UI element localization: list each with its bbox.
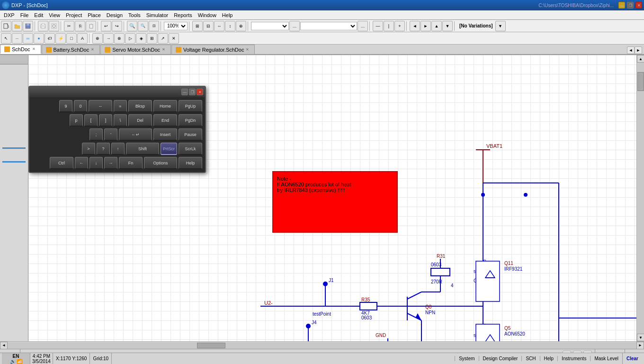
- sch-panel-btn[interactable]: SCH: [522, 356, 540, 361]
- design-compiler-btn[interactable]: Design Compiler: [479, 356, 522, 361]
- tb-cross[interactable]: +: [394, 21, 405, 31]
- menu-view[interactable]: View: [46, 11, 63, 19]
- select-tool[interactable]: ↖: [1, 33, 11, 44]
- variations-dropdown[interactable]: ▼: [495, 21, 506, 31]
- tab-schdoc[interactable]: SchDoc ✕: [0, 45, 41, 54]
- save-button[interactable]: [23, 21, 33, 31]
- key-enter[interactable]: ←↵: [119, 128, 152, 141]
- component-tool[interactable]: □: [66, 33, 77, 44]
- key-down[interactable]: ↓: [89, 157, 103, 169]
- key-shift[interactable]: Shift: [126, 143, 159, 155]
- help-panel-btn[interactable]: Help: [540, 356, 558, 361]
- tb-arrow-d[interactable]: ▼: [442, 21, 453, 31]
- keyboard-close[interactable]: ✕: [197, 89, 203, 95]
- key-pgup[interactable]: PgUp: [179, 100, 202, 112]
- layer-combo[interactable]: [300, 22, 357, 30]
- key-help[interactable]: Help: [179, 157, 202, 169]
- scroll-right-button[interactable]: ►: [636, 342, 644, 349]
- menu-project[interactable]: Project: [63, 11, 85, 19]
- key-0[interactable]: 0: [74, 100, 87, 112]
- tb2-btn-12[interactable]: ▷: [125, 33, 135, 44]
- key-pause[interactable]: Pause: [179, 128, 202, 141]
- tab-scroll-left[interactable]: ◄: [627, 46, 635, 54]
- restore-button[interactable]: ❐: [627, 2, 634, 9]
- key-end[interactable]: End: [153, 114, 177, 127]
- tb-arrow-l[interactable]: ◄: [410, 21, 420, 31]
- zoom-fit-button[interactable]: ⊡: [149, 21, 159, 31]
- scroll-thumb-horizontal[interactable]: [197, 343, 225, 348]
- key-quote[interactable]: ': [104, 128, 117, 141]
- zoom-combo[interactable]: 100%75%50%200%: [164, 22, 188, 30]
- scroll-track-vertical[interactable]: [637, 63, 644, 334]
- scroll-thumb-vertical[interactable]: [637, 72, 644, 91]
- tab-close-schdoc[interactable]: ✕: [32, 47, 37, 52]
- key-insert[interactable]: Insert: [153, 128, 177, 141]
- key-9[interactable]: 9: [59, 100, 72, 112]
- print-preview-button[interactable]: [49, 21, 59, 31]
- tb-arrow-r[interactable]: ►: [420, 21, 431, 31]
- junction-tool[interactable]: ●: [34, 33, 44, 44]
- key-pgdn[interactable]: PgDn: [179, 114, 202, 127]
- clear-status-button[interactable]: Clear: [622, 353, 642, 364]
- key-backslash[interactable]: \: [114, 114, 127, 127]
- menu-design[interactable]: Design: [104, 11, 125, 19]
- menu-place[interactable]: Place: [85, 11, 104, 19]
- key-left[interactable]: ←: [75, 157, 88, 169]
- key-home[interactable]: Home: [153, 100, 177, 112]
- tab-scroll-right[interactable]: ►: [635, 46, 642, 54]
- key-close-bracket[interactable]: ]: [99, 114, 112, 127]
- tab-battery[interactable]: Battery.SchDoc ✕: [42, 45, 100, 54]
- zoom-in-button[interactable]: 🔍: [127, 21, 137, 31]
- tab-close-voltage[interactable]: ✕: [246, 47, 250, 52]
- menu-edit[interactable]: Edit: [31, 11, 46, 19]
- scroll-left-button[interactable]: ◄: [0, 342, 8, 349]
- tab-servo[interactable]: Servo Motor.SchDoc ✕: [100, 45, 171, 54]
- tab-close-battery[interactable]: ✕: [91, 47, 96, 52]
- tb2-btn-16[interactable]: ✕: [169, 33, 179, 44]
- key-dash-dash[interactable]: --: [89, 100, 112, 112]
- tab-voltage[interactable]: Voltage Regulator.SchDoc ✕: [171, 45, 255, 54]
- key-backspace[interactable]: Bksp: [128, 100, 152, 112]
- power-tool[interactable]: ⚡: [55, 33, 66, 44]
- scroll-track-horizontal[interactable]: [8, 342, 636, 349]
- close-button[interactable]: ✕: [635, 2, 642, 9]
- canvas-area[interactable]: — ❐ ✕ 9 0 -- = Bksp Home PgUp p [: [28, 55, 636, 341]
- tb-net-btn[interactable]: …: [289, 21, 300, 31]
- menu-file[interactable]: File: [18, 11, 32, 19]
- tb2-btn-15[interactable]: ↗: [158, 33, 168, 44]
- tb2-btn-13[interactable]: ◈: [136, 33, 146, 44]
- text-tool[interactable]: A: [77, 33, 88, 44]
- print-button[interactable]: [38, 21, 48, 31]
- key-ctrl[interactable]: Ctrl: [50, 157, 73, 169]
- wire-tool[interactable]: ─: [12, 33, 22, 44]
- cut-button[interactable]: ✂: [64, 21, 74, 31]
- tb2-btn-9[interactable]: ⊕: [92, 33, 103, 44]
- tb-btn-8[interactable]: ⊟: [203, 21, 214, 31]
- keyboard-restore[interactable]: ❐: [189, 89, 196, 95]
- bus-tool[interactable]: ═: [23, 33, 33, 44]
- key-p[interactable]: p: [70, 114, 83, 127]
- key-prtscr[interactable]: PrtScr: [161, 143, 177, 155]
- key-slash[interactable]: ?: [97, 143, 110, 155]
- tb-btn-11[interactable]: ⊕: [236, 21, 246, 31]
- menu-tools[interactable]: Tools: [125, 11, 143, 19]
- tb2-btn-10[interactable]: →: [103, 33, 114, 44]
- new-button[interactable]: [1, 21, 11, 31]
- net-combo[interactable]: [251, 22, 289, 30]
- tb-layer-btn[interactable]: …: [358, 21, 368, 31]
- netlabel-tool[interactable]: 🏷: [45, 33, 55, 44]
- key-equals[interactable]: =: [114, 100, 127, 112]
- key-gt[interactable]: >: [82, 143, 95, 155]
- key-scrlk[interactable]: ScrLk: [179, 143, 202, 155]
- undo-button[interactable]: ↩: [101, 21, 111, 31]
- scroll-down-button[interactable]: ▼: [637, 334, 644, 341]
- menu-reports[interactable]: Reports: [171, 11, 195, 19]
- open-button[interactable]: [12, 21, 22, 31]
- minimize-button[interactable]: —: [618, 2, 625, 9]
- zoom-out-button[interactable]: 🔍: [138, 21, 148, 31]
- key-fn[interactable]: Fn: [119, 157, 143, 169]
- key-semicolon[interactable]: ;: [89, 128, 103, 141]
- menu-help[interactable]: Help: [219, 11, 236, 19]
- tb2-btn-11[interactable]: ⊗: [114, 33, 125, 44]
- key-up[interactable]: ↑: [111, 143, 125, 155]
